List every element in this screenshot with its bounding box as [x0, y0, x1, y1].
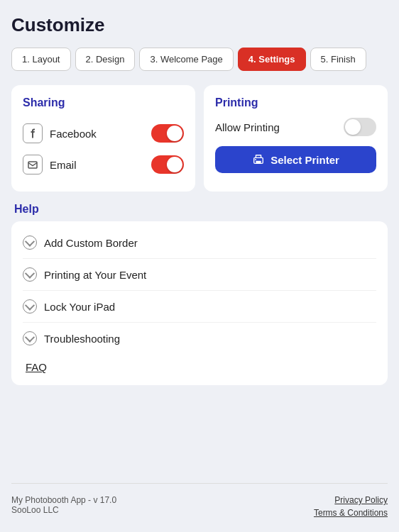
- custom-border-label: Add Custom Border: [44, 237, 138, 249]
- help-item-custom-border[interactable]: Add Custom Border: [23, 227, 376, 259]
- select-printer-label: Select Printer: [270, 154, 339, 166]
- terms-conditions-link[interactable]: Terms & Conditions: [314, 508, 388, 518]
- sharing-card: Sharing Facebook: [11, 85, 195, 192]
- lock-ipad-icon: [23, 299, 37, 314]
- footer: My Photobooth App - v 17.0 SooLoo LLC Pr…: [11, 483, 388, 518]
- custom-border-icon: [23, 235, 37, 250]
- help-card: Add Custom Border Printing at Your Event…: [11, 221, 388, 385]
- app-name: My Photobooth App - v 17.0: [11, 495, 116, 505]
- printing-event-icon: [23, 267, 37, 282]
- company-name: SooLoo LLC: [11, 505, 116, 515]
- printing-event-label: Printing at Your Event: [44, 269, 146, 281]
- allow-printing-toggle-thumb: [345, 119, 361, 135]
- allow-printing-label: Allow Printing: [215, 121, 280, 133]
- sharing-section-label: Sharing: [23, 96, 184, 109]
- step-3-button[interactable]: 3. Welcome Page: [139, 48, 233, 71]
- facebook-label: Facebook: [50, 128, 97, 140]
- facebook-toggle-thumb: [167, 126, 182, 141]
- footer-right: Privacy Policy Terms & Conditions: [314, 495, 388, 518]
- help-section-label: Help: [11, 203, 388, 216]
- help-item-lock-ipad[interactable]: Lock Your iPad: [23, 291, 376, 323]
- printer-icon: [252, 153, 265, 166]
- step-4-button[interactable]: 4. Settings: [238, 48, 306, 71]
- step-1-button[interactable]: 1. Layout: [11, 48, 71, 71]
- troubleshooting-icon: [23, 331, 37, 345]
- svg-point-3: [255, 159, 256, 160]
- step-5-button[interactable]: 5. Finish: [310, 48, 366, 71]
- svg-rect-2: [256, 161, 261, 164]
- page-title: Customize: [11, 14, 388, 36]
- help-item-printing-event[interactable]: Printing at Your Event: [23, 259, 376, 291]
- footer-left: My Photobooth App - v 17.0 SooLoo LLC: [11, 495, 116, 515]
- email-toggle-thumb: [167, 157, 182, 172]
- printing-card: Printing Allow Printing Select Printer: [204, 85, 388, 192]
- lock-ipad-label: Lock Your iPad: [44, 301, 115, 313]
- printing-section-label: Printing: [215, 96, 376, 109]
- facebook-toggle[interactable]: [151, 124, 184, 143]
- allow-printing-toggle[interactable]: [344, 118, 376, 136]
- select-printer-button[interactable]: Select Printer: [215, 146, 376, 173]
- troubleshooting-label: Troubleshooting: [44, 333, 120, 345]
- step-nav: 1. Layout 2. Design 3. Welcome Page 4. S…: [11, 48, 388, 71]
- email-share-item: Email: [23, 149, 184, 180]
- step-2-button[interactable]: 2. Design: [75, 48, 136, 71]
- email-toggle[interactable]: [151, 155, 184, 174]
- privacy-policy-link[interactable]: Privacy Policy: [314, 495, 388, 505]
- allow-printing-row: Allow Printing: [215, 118, 376, 136]
- email-icon: [23, 155, 43, 174]
- facebook-share-item: Facebook: [23, 118, 184, 149]
- email-label: Email: [50, 159, 77, 171]
- facebook-icon: [23, 123, 43, 143]
- help-item-troubleshooting[interactable]: Troubleshooting: [23, 323, 376, 354]
- svg-rect-0: [28, 162, 37, 168]
- faq-link[interactable]: FAQ: [26, 361, 47, 373]
- help-section: Help Add Custom Border Printing at Your …: [11, 203, 388, 385]
